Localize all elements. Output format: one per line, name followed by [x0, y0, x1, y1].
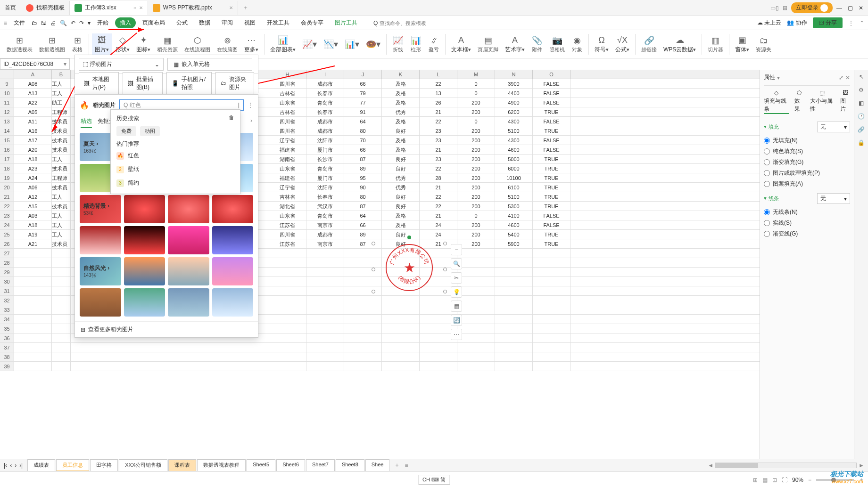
cell[interactable]: 技术员: [52, 117, 71, 126]
category-nature[interactable]: 自然风光 ›143张: [80, 257, 121, 285]
image-thumb[interactable]: [168, 257, 209, 285]
row-header[interactable]: 9: [0, 79, 14, 88]
row-header[interactable]: 39: [0, 362, 14, 371]
zoom-out-icon[interactable]: −: [808, 477, 811, 483]
image-thumb[interactable]: [168, 195, 209, 223]
backup-tool-icon[interactable]: 🕐: [858, 113, 865, 120]
col-header[interactable]: A: [14, 70, 52, 79]
rotate-handle[interactable]: [407, 236, 411, 239]
effect-tool[interactable]: 💡: [451, 286, 462, 298]
image-thumb[interactable]: [212, 288, 254, 317]
search-command-input[interactable]: [380, 20, 436, 26]
cell[interactable]: A13: [14, 89, 52, 98]
cell[interactable]: 吉林省: [269, 89, 306, 98]
cell[interactable]: 0: [457, 211, 495, 220]
cell[interactable]: 山东省: [269, 98, 306, 107]
cell[interactable]: FALSE: [533, 98, 570, 107]
sheet-nav-first-icon[interactable]: |‹: [4, 462, 7, 469]
cell[interactable]: A03: [14, 211, 52, 220]
image-search-input[interactable]: [130, 102, 236, 108]
panel-tab-fill[interactable]: ◇填充与线条: [764, 89, 789, 114]
cell[interactable]: 64: [344, 117, 382, 126]
row-header[interactable]: 33: [0, 305, 14, 314]
cell[interactable]: 5100: [495, 192, 533, 201]
ribbon-spark1[interactable]: 📈▾: [299, 38, 320, 51]
cell[interactable]: 山东省: [269, 211, 306, 220]
col-header[interactable]: K: [382, 70, 420, 79]
cell[interactable]: 工人: [52, 211, 71, 220]
cell[interactable]: 厦门市: [306, 173, 344, 182]
row-header[interactable]: 11: [0, 98, 14, 107]
cell[interactable]: TRUE: [533, 173, 570, 182]
cell[interactable]: 工程师: [52, 173, 71, 182]
cell[interactable]: 200: [457, 239, 495, 248]
minimize-icon[interactable]: —: [836, 5, 842, 11]
suggest-item[interactable]: 3简约: [115, 176, 236, 190]
ribbon-form[interactable]: ▣窗体▾: [732, 33, 752, 55]
view-normal-icon[interactable]: ⊞: [753, 477, 758, 483]
cell[interactable]: 良好: [382, 192, 420, 201]
cell[interactable]: 3900: [495, 79, 533, 88]
cell[interactable]: 0: [457, 117, 495, 126]
row-header[interactable]: 30: [0, 277, 14, 286]
save-icon[interactable]: 🖫: [41, 20, 47, 26]
cell[interactable]: 21: [420, 211, 457, 220]
resize-handle[interactable]: [443, 268, 447, 271]
cell[interactable]: 长沙市: [306, 155, 344, 163]
cell[interactable]: 长春市: [306, 192, 344, 201]
cell[interactable]: 及格: [382, 145, 420, 154]
ribbon-flowchart[interactable]: ⬡在线流程图: [182, 34, 213, 54]
resize-handle[interactable]: [372, 268, 375, 271]
resize-handle[interactable]: [443, 242, 447, 245]
cell[interactable]: 200: [457, 126, 495, 135]
tab-workbook[interactable]: 工作簿3.xlsx ○ ✕: [70, 1, 148, 15]
cell[interactable]: A18: [14, 220, 52, 229]
row-header[interactable]: 21: [0, 192, 14, 201]
cell[interactable]: 24: [420, 230, 457, 239]
cell[interactable]: A20: [14, 145, 52, 154]
cell[interactable]: 及格: [382, 117, 420, 126]
line-option-solid[interactable]: 实线(S): [764, 218, 850, 228]
ribbon-wordart[interactable]: A艺术字▾: [502, 33, 528, 55]
cell[interactable]: 四川省: [269, 117, 306, 126]
ribbon-header-footer[interactable]: ▤页眉页脚: [475, 34, 501, 54]
cell[interactable]: 200: [457, 107, 495, 116]
menu-dev[interactable]: 开发工具: [262, 17, 294, 28]
cell[interactable]: 22: [420, 192, 457, 201]
row-header[interactable]: 37: [0, 343, 14, 352]
cell[interactable]: 23: [420, 136, 457, 145]
ribbon-spark2[interactable]: 📉▾: [321, 38, 341, 51]
image-thumb[interactable]: [124, 226, 165, 254]
cell[interactable]: 5300: [495, 202, 533, 211]
menu-formula[interactable]: 公式: [172, 17, 192, 28]
cell[interactable]: 辽宁省: [269, 183, 306, 192]
col-header[interactable]: H: [269, 70, 306, 79]
cell[interactable]: 良好: [382, 164, 420, 173]
cell[interactable]: 工人: [52, 79, 71, 88]
cell[interactable]: TRUE: [533, 126, 570, 135]
cell[interactable]: 成都市: [306, 117, 344, 126]
cell[interactable]: 南京市: [306, 239, 344, 248]
cell[interactable]: 5100: [495, 126, 533, 135]
cell[interactable]: 79: [344, 89, 382, 98]
cell[interactable]: 4300: [495, 136, 533, 145]
ribbon-line[interactable]: 📈折线: [389, 34, 406, 54]
cell[interactable]: 良好: [382, 230, 420, 239]
embed-tool[interactable]: ▦: [451, 301, 462, 312]
name-box[interactable]: ID_42CD6E076C08▾: [0, 58, 70, 70]
cell[interactable]: 福建省: [269, 145, 306, 154]
cell[interactable]: 福建省: [269, 173, 306, 182]
image-thumb[interactable]: [168, 226, 209, 254]
table-row[interactable]: 38: [0, 352, 760, 362]
menu-review[interactable]: 审阅: [217, 17, 238, 28]
close-icon[interactable]: ✕: [229, 5, 233, 10]
cell[interactable]: 66: [344, 220, 382, 229]
image-thumb[interactable]: [168, 288, 209, 317]
cell[interactable]: A21: [14, 239, 52, 248]
cell[interactable]: 4600: [495, 145, 533, 154]
ribbon-cloud-data[interactable]: ☁WPS云数据▾: [661, 33, 699, 55]
coop-button[interactable]: 👥 协作: [787, 19, 807, 27]
cell[interactable]: 湖南省: [269, 155, 306, 163]
zoom-value[interactable]: 90%: [792, 477, 803, 483]
cell[interactable]: 技术员: [52, 145, 71, 154]
